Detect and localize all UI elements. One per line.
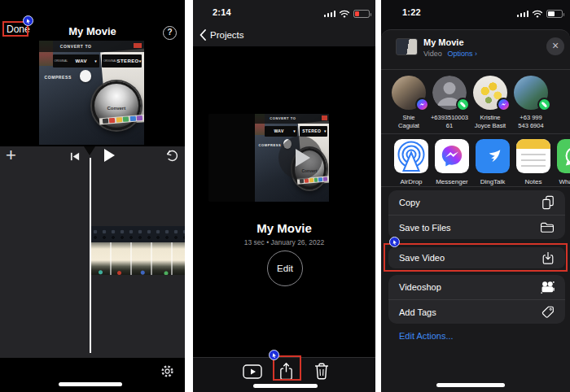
share-type-label: Video <box>423 50 442 58</box>
home-indicator[interactable] <box>436 383 505 387</box>
status-time: 2:14 <box>213 7 231 17</box>
caret-down-icon: ▾ <box>293 128 296 133</box>
play-icon <box>296 149 310 167</box>
home-indicator[interactable] <box>253 384 318 388</box>
signal-icon <box>324 11 336 17</box>
stereo-dropdown: ORIGINAL STEREO ▾ <box>102 54 142 68</box>
convert-to-label: CONVERT TO <box>60 44 92 49</box>
chevron-left-icon <box>200 29 206 41</box>
project-thumbnail[interactable]: CONVERT TO WAV ▾ STEREO ▾ COMPRESS Conve… <box>208 114 329 202</box>
play-project-button[interactable] <box>243 364 262 379</box>
compress-label: COMPRESS <box>259 143 282 147</box>
movie-camera-icon <box>541 281 555 294</box>
filmstrip-clip[interactable] <box>91 242 185 275</box>
action-row-save-to-files[interactable]: Save to Files <box>388 215 565 239</box>
undo-button[interactable] <box>164 149 178 162</box>
edit-actions-link[interactable]: Edit Actions... <box>399 331 454 341</box>
whatsapp-icon <box>562 144 570 168</box>
playhead-handle <box>84 146 95 155</box>
action-row-videoshop[interactable]: Videoshop <box>388 275 565 299</box>
back-label: Projects <box>210 30 244 40</box>
action-label: Copy <box>399 198 542 207</box>
movie-title: My Movie <box>193 221 375 235</box>
compress-toggle <box>80 70 91 81</box>
caret-down-icon: ▾ <box>324 128 327 133</box>
options-link[interactable]: Options › <box>447 50 477 58</box>
share-title: My Movie <box>423 37 464 47</box>
add-media-button[interactable]: + <box>6 145 16 166</box>
wifi-icon <box>339 10 350 18</box>
convert-to-bar: CONVERT TO <box>39 41 144 52</box>
convert-label: Convert <box>94 106 139 111</box>
action-row-copy[interactable]: Copy <box>388 190 565 215</box>
bottom-bar <box>0 358 185 392</box>
cursor-icon <box>392 239 398 246</box>
help-button[interactable]: ? <box>163 26 177 40</box>
action-row-add-tags[interactable]: Add Tags <box>388 299 565 324</box>
share-thumbnail <box>396 38 418 55</box>
contact-name: KristineJoyce Basit <box>470 114 511 130</box>
messenger-badge-icon <box>497 98 511 111</box>
divider <box>381 69 570 70</box>
play-button[interactable] <box>104 149 116 162</box>
whatsapp-badge-icon <box>537 98 551 111</box>
status-time: 1:22 <box>402 7 421 17</box>
app-dingtalk[interactable] <box>476 139 510 173</box>
action-label: Videoshop <box>399 282 541 292</box>
dingtalk-icon <box>481 145 504 168</box>
close-button[interactable]: × <box>546 37 564 55</box>
home-indicator[interactable] <box>59 382 122 386</box>
copy-icon <box>542 195 555 210</box>
contact-item[interactable]: +63 999543 6904 <box>511 76 551 130</box>
cursor-icon <box>271 352 278 359</box>
wav-dropdown: WAV ▾ <box>265 126 297 137</box>
action-label: Save to Files <box>399 223 540 233</box>
play-overlay-button[interactable] <box>278 136 322 180</box>
contact-item[interactable]: ShieCaguiat <box>388 76 429 130</box>
app-label: WhatsApp <box>551 178 570 185</box>
caret-down-icon: ▾ <box>94 59 97 63</box>
app-notes[interactable] <box>516 139 550 173</box>
status-icons <box>324 10 370 18</box>
action-group: Videoshop Add Tags <box>388 275 565 324</box>
contact-item[interactable]: +639351000361 <box>429 76 470 130</box>
format-value: WAV <box>265 128 294 133</box>
red-chip <box>134 43 142 48</box>
app-label: Messenger <box>429 178 475 185</box>
edit-button[interactable]: Edit <box>267 250 303 286</box>
channel-value: STEREO <box>300 128 324 133</box>
app-whatsapp[interactable] <box>557 139 570 173</box>
compress-label: COMPRESS <box>44 75 71 80</box>
video-preview: CONVERT TO ORIGINAL WAV ▾ ORIGINAL STERE… <box>39 41 144 145</box>
action-label: Add Tags <box>399 307 541 317</box>
app-messenger[interactable] <box>435 139 469 173</box>
imovie-project-screen: 2:14 Projects CONVERT TO WAV ▾ <box>193 0 375 392</box>
settings-gear-button[interactable] <box>160 364 175 379</box>
contact-item[interactable]: KristineJoyce Basit <box>470 76 511 130</box>
status-icons <box>517 10 563 18</box>
app-airdrop[interactable] <box>394 139 428 173</box>
airdrop-icon <box>394 139 428 173</box>
skip-to-start-button[interactable] <box>70 151 81 162</box>
annotation-box-save-video <box>384 243 568 272</box>
contact-name: ShieCaguiat <box>388 114 429 130</box>
contact-name: +63 999543 6904 <box>511 114 551 130</box>
whatsapp-badge-icon <box>456 98 470 111</box>
contact-name: +639351000361 <box>429 114 470 130</box>
cursor-icon <box>25 18 32 24</box>
format-value: WAV <box>68 59 94 63</box>
timeline[interactable]: + <box>0 146 185 358</box>
battery-icon <box>353 10 370 18</box>
battery-icon <box>546 10 563 18</box>
app-label: AirDrop <box>388 178 434 185</box>
annotation-cursor-badge <box>23 15 33 26</box>
original-label: ORIGINAL <box>54 59 68 63</box>
imovie-edit-screen: Done My Movie ? CONVERT TO ORIGINAL WAV … <box>0 0 185 392</box>
filmstrip-clip-top[interactable] <box>91 226 185 242</box>
messenger-badge-icon <box>415 98 429 111</box>
red-chip <box>322 115 327 120</box>
back-button[interactable]: Projects <box>200 29 244 41</box>
delete-button[interactable] <box>314 363 329 380</box>
caret-down-icon: ▾ <box>139 59 142 63</box>
original-label: ORIGINAL <box>103 59 117 63</box>
